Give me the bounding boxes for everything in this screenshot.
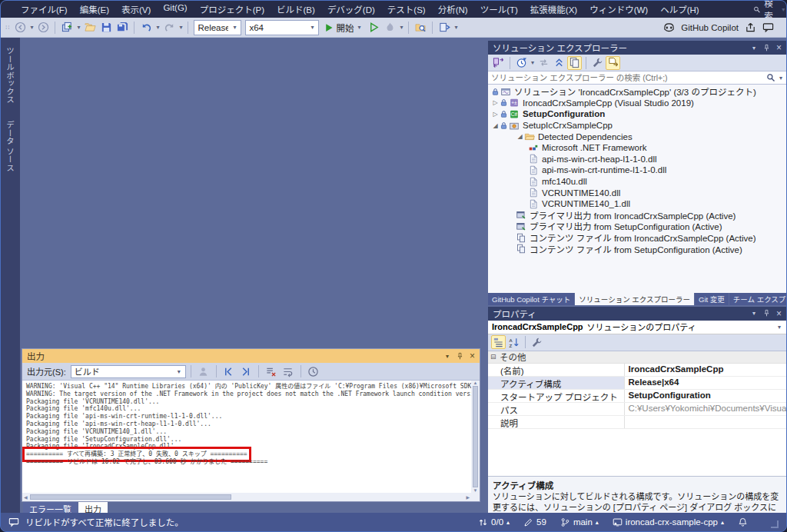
horizontal-scrollbar[interactable]: ◀▶ — [22, 493, 471, 501]
open-folder-button[interactable] — [82, 20, 98, 35]
expand-arrow-icon[interactable] — [516, 133, 524, 140]
menu-item[interactable]: 表示(V) — [115, 2, 157, 17]
tree-item[interactable]: api-ms-win-crt-runtime-l1-1-0.dll — [488, 165, 786, 176]
chevron-down-icon[interactable] — [178, 24, 184, 31]
properties-object-dropdown[interactable]: IroncadCrxSampleCpp ソリューションのプロパティ — [488, 321, 786, 334]
branch-selector[interactable]: main — [560, 517, 599, 527]
property-row[interactable]: スタートアップ プロジェクト SetupConfiguration — [488, 390, 786, 403]
chevron-down-icon[interactable] — [28, 24, 35, 31]
window-position-icon[interactable] — [751, 45, 757, 52]
tree-item[interactable]: プライマリ出力 from SetupConfiguration (Active) — [488, 221, 786, 232]
solution-search-input[interactable] — [488, 72, 766, 84]
output-filter-button[interactable] — [196, 364, 211, 379]
resize-grip[interactable] — [771, 520, 779, 528]
clear-all-button[interactable] — [264, 364, 279, 379]
start-without-debug-button[interactable] — [366, 20, 381, 35]
window-position-icon[interactable] — [751, 310, 757, 317]
menu-item[interactable]: Git(G) — [157, 2, 193, 17]
toolbar-grip[interactable] — [5, 24, 10, 31]
tool-window-tab[interactable]: チーム エクスプローラー — [729, 293, 786, 305]
toolbar-overflow-icon[interactable] — [453, 24, 459, 31]
tree-item[interactable]: api-ms-win-crt-heap-l1-1-0.dll — [488, 154, 786, 165]
tool-window-tab[interactable]: GitHub Copilot チャット — [488, 293, 574, 305]
sync-active-document-button[interactable] — [437, 20, 452, 35]
next-message-button[interactable] — [238, 364, 254, 379]
menu-item[interactable]: ウィンドウ(W) — [583, 2, 654, 17]
menu-item[interactable]: 拡張機能(X) — [524, 2, 583, 17]
tree-item[interactable]: VCRUNTIME140.dll — [488, 187, 786, 198]
categorized-button[interactable] — [491, 335, 506, 349]
tree-item[interactable]: Microsoft .NET Framework — [488, 142, 786, 154]
close-icon[interactable] — [776, 43, 782, 52]
send-feedback-icon[interactable] — [762, 22, 774, 33]
word-wrap-button[interactable] — [281, 364, 296, 379]
tree-item[interactable]: Detected Dependencies — [488, 131, 786, 142]
close-icon[interactable] — [470, 351, 475, 361]
start-debug-button[interactable]: 開始 — [321, 20, 365, 35]
solution-explorer-header[interactable]: ソリューション エクスプローラー — [488, 41, 786, 55]
output-source-dropdown[interactable]: ビルド — [71, 365, 186, 378]
pin-icon[interactable] — [762, 44, 771, 52]
tree-item[interactable]: ソリューション 'IroncadCrxSampleCpp' (3/3 のプロジェ… — [488, 86, 786, 98]
tree-item[interactable]: プライマリ出力 from IroncadCrxSampleCpp (Active… — [488, 210, 786, 221]
pending-changes-filter-button[interactable] — [514, 56, 529, 70]
copilot-label[interactable]: GitHub Copilot — [681, 23, 739, 32]
property-row[interactable]: アクティブ構成 Release|x64 — [488, 377, 786, 390]
tool-window-tab[interactable]: Git 変更 — [695, 293, 729, 305]
menu-item[interactable]: ツール(T) — [474, 2, 524, 17]
chevron-down-icon[interactable] — [778, 75, 784, 81]
chevron-down-icon[interactable] — [530, 59, 536, 66]
menu-item[interactable]: ファイル(F) — [15, 2, 74, 17]
tree-item[interactable]: C# SetupConfiguration — [488, 108, 786, 120]
hot-reload-button[interactable] — [382, 20, 397, 35]
menu-item[interactable]: ヘルプ(H) — [654, 2, 705, 17]
chevron-down-icon[interactable] — [154, 24, 161, 31]
menu-item[interactable]: プロジェクト(P) — [194, 2, 271, 17]
collapse-category-icon[interactable] — [490, 353, 500, 361]
nav-back-button[interactable] — [12, 20, 28, 35]
nav-forward-button[interactable] — [35, 20, 51, 35]
close-icon[interactable] — [776, 309, 782, 318]
left-strip-tab[interactable]: ツールボックス — [3, 42, 18, 108]
output-window-header[interactable]: 出力 — [22, 349, 480, 363]
tree-item[interactable]: VCRUNTIME140_1.dll — [488, 198, 786, 210]
properties-button[interactable] — [590, 56, 605, 70]
notifications-bell-icon[interactable] — [738, 517, 748, 527]
preview-selected-button[interactable] — [606, 56, 620, 70]
collapse-all-button[interactable] — [552, 56, 566, 70]
chevron-down-icon[interactable] — [398, 24, 404, 31]
expand-arrow-icon[interactable] — [491, 111, 500, 118]
sort-alphabetical-button[interactable]: AZ — [506, 335, 521, 349]
menu-item[interactable]: ビルド(B) — [271, 2, 321, 17]
tree-item[interactable]: コンテンツ ファイル from IroncadCrxSampleCpp (Act… — [488, 232, 786, 244]
tool-window-tab[interactable]: ソリューション エクスプローラー — [575, 293, 694, 305]
prev-message-button[interactable] — [221, 364, 237, 379]
property-row[interactable]: 説明 — [488, 416, 786, 429]
left-strip-tab[interactable]: データ ソース — [3, 116, 18, 176]
tree-item[interactable]: +± IroncadCrxSampleCpp (Visual Studio 20… — [488, 98, 786, 109]
search-icon[interactable] — [766, 73, 775, 82]
properties-header[interactable]: プロパティ — [488, 307, 786, 321]
solution-search[interactable] — [488, 71, 786, 85]
tree-item[interactable]: コンテンツ ファイル from SetupConfiguration (Acti… — [488, 243, 786, 254]
repo-selector[interactable]: ironcad-crx-sample-cpp — [613, 517, 724, 527]
expand-arrow-icon[interactable] — [491, 99, 500, 106]
vertical-scrollbar[interactable]: ▲▼ — [471, 381, 480, 493]
switch-views-button[interactable] — [491, 56, 506, 70]
pending-edits-status[interactable]: 59 — [523, 517, 546, 527]
expand-arrow-icon[interactable] — [491, 122, 500, 129]
chevron-down-icon[interactable] — [75, 24, 81, 31]
tree-item[interactable]: SetupIcCrxSampleCpp — [488, 120, 786, 131]
pin-icon[interactable] — [456, 352, 464, 361]
pin-icon[interactable] — [762, 309, 771, 318]
menu-item[interactable]: テスト(S) — [381, 2, 432, 17]
sync-commits-status[interactable]: 0/0 — [478, 517, 510, 527]
menu-item[interactable]: 分析(N) — [432, 2, 474, 17]
share-icon[interactable] — [745, 22, 756, 33]
save-button[interactable] — [98, 20, 114, 35]
property-category[interactable]: その他 — [488, 351, 786, 364]
menu-item[interactable]: 編集(E) — [74, 2, 115, 17]
save-all-button[interactable] — [115, 20, 130, 35]
property-pages-button[interactable] — [530, 335, 544, 349]
menu-item[interactable]: デバッグ(D) — [321, 2, 381, 17]
